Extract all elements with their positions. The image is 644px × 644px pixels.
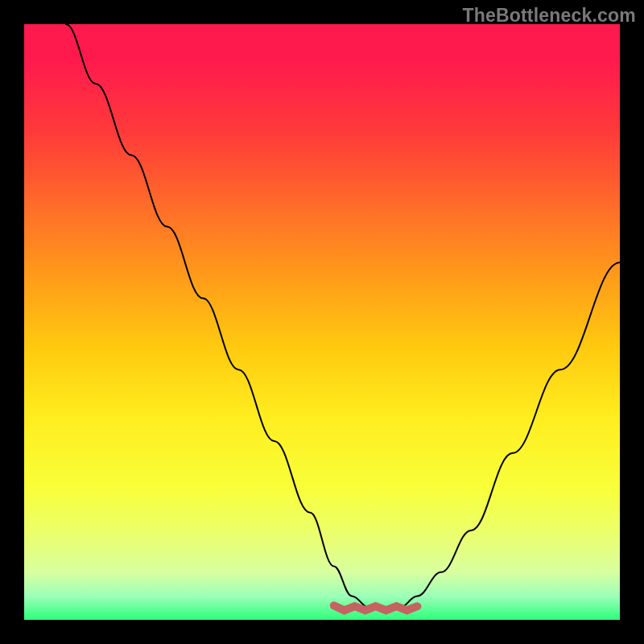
plot-area <box>24 24 620 620</box>
chart-canvas: TheBottleneck.com <box>0 0 644 644</box>
watermark-text: TheBottleneck.com <box>462 5 636 27</box>
rainbow-gradient-background <box>24 24 620 620</box>
